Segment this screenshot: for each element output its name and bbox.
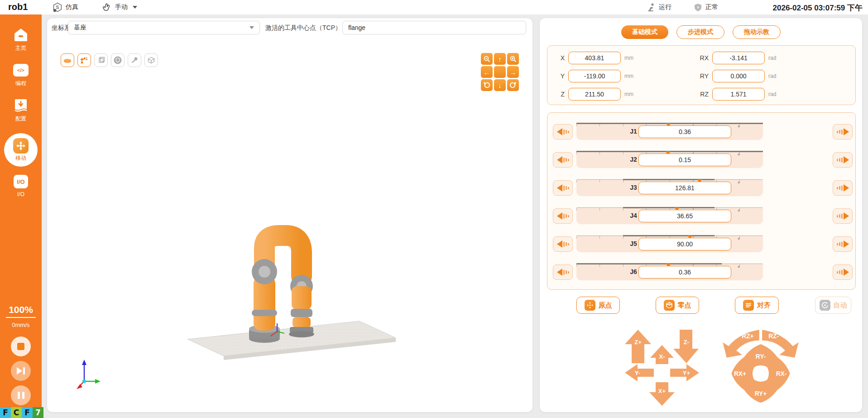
joint-row: J2 °	[547, 150, 856, 169]
pause-icon	[18, 392, 24, 399]
joint-value-input[interactable]	[638, 210, 731, 222]
sidebar-item-label: I/O	[17, 191, 24, 197]
caret-down-icon	[133, 6, 137, 9]
cube-icon	[96, 56, 106, 65]
joint-value-input[interactable]	[638, 125, 731, 138]
pose-input-rz[interactable]	[712, 88, 765, 101]
jog-right-icon	[837, 128, 849, 135]
sidebar-item-config[interactable]: 配置	[0, 98, 42, 123]
svg-text:RZ+: RZ+	[742, 333, 753, 340]
tab-step-mode[interactable]: 步进模式	[676, 25, 724, 39]
simulation-toggle[interactable]: S 仿真	[53, 0, 78, 14]
tool-pin-button[interactable]	[128, 53, 141, 67]
joint-jog-plus-button[interactable]	[833, 264, 853, 280]
world-axes-triad	[76, 359, 101, 389]
show-cube-button[interactable]	[94, 53, 108, 67]
shield-circle-icon	[113, 56, 122, 65]
jog-z-plus-button[interactable]	[625, 330, 651, 363]
rotate-left-button[interactable]	[481, 79, 493, 91]
zoom-out-button[interactable]	[481, 53, 493, 65]
joint-slider[interactable]: J3 °	[576, 179, 763, 196]
view-nav-pad: ↑ ← → ↓	[481, 53, 519, 91]
tab-drag-teach[interactable]: 拖动示教	[733, 25, 781, 39]
pose-input-rx[interactable]	[712, 52, 765, 64]
joint-jog-plus-button[interactable]	[833, 236, 853, 252]
joint-slider[interactable]: J1 °	[576, 123, 763, 140]
motion-control-panel: 基础模式 步进模式 拖动示教 X mm Y mm Z mm RX	[540, 18, 862, 412]
sidebar-item-io[interactable]: I/O I/O	[0, 174, 42, 197]
pan-down-button[interactable]: ↓	[494, 79, 506, 91]
sidebar-item-move[interactable]: 移动	[4, 133, 38, 167]
align-button[interactable]: 对齐	[735, 297, 779, 314]
joint-range-segment	[576, 263, 722, 264]
joint-jog-minus-button[interactable]	[553, 236, 573, 252]
svg-text:X+: X+	[658, 388, 666, 394]
joint-value-input[interactable]	[638, 266, 731, 279]
joint-jog-plus-button[interactable]	[833, 180, 853, 196]
joint-slider[interactable]: J4 °	[576, 207, 763, 224]
hand-icon	[102, 3, 112, 12]
joint-slider[interactable]: J5 °	[576, 235, 763, 252]
pose-unit: rad	[768, 91, 776, 97]
pose-label-rx: RX	[697, 54, 709, 62]
rotate-left-icon	[483, 82, 490, 89]
tab-basic-mode[interactable]: 基础模式	[621, 25, 668, 39]
pan-up-button[interactable]: ↑	[494, 53, 506, 65]
pause-button[interactable]	[11, 385, 31, 405]
svg-text:S: S	[56, 5, 59, 10]
speed-percentage[interactable]: 100%	[6, 304, 36, 318]
joint-jog-plus-button[interactable]	[833, 124, 853, 139]
pose-input-z[interactable]	[568, 88, 621, 101]
zoom-in-button[interactable]	[507, 53, 519, 65]
joint-jog-minus-button[interactable]	[553, 208, 573, 224]
joint-value-input[interactable]	[638, 238, 731, 250]
align-label: 对齐	[757, 301, 771, 310]
mode-dropdown[interactable]: 手动	[102, 0, 137, 14]
jog-z-minus-button[interactable]	[673, 330, 699, 363]
robot-3d-scene[interactable]	[178, 208, 405, 362]
sidebar-item-program[interactable]: </> 编程	[0, 62, 42, 87]
joint-jog-plus-button[interactable]	[833, 152, 853, 168]
svg-text:RX-: RX-	[776, 370, 787, 377]
joint-value-input[interactable]	[638, 154, 731, 166]
joint-jog-minus-button[interactable]	[553, 124, 573, 139]
svg-text:RZ-: RZ-	[768, 333, 779, 340]
show-box-button[interactable]	[144, 53, 158, 67]
joint-value-input[interactable]	[638, 182, 731, 194]
show-robot-button[interactable]	[77, 53, 91, 67]
safety-zone-button[interactable]	[111, 53, 125, 67]
jog-right-icon	[837, 212, 849, 220]
jog-left-icon	[557, 212, 569, 220]
joint-jog-minus-button[interactable]	[553, 264, 573, 280]
jog-left-icon	[557, 156, 569, 163]
origin-button[interactable]: 原点	[576, 297, 620, 314]
joint-jog-minus-button[interactable]	[553, 152, 573, 168]
step-forward-button[interactable]	[11, 361, 31, 381]
jog-right-icon	[837, 156, 849, 163]
joint-slider[interactable]: J2 °	[576, 151, 763, 168]
zero-label: 零点	[678, 301, 691, 310]
svg-text:Y-: Y-	[635, 370, 640, 376]
auto-button[interactable]: 自动	[815, 297, 851, 314]
pan-left-button[interactable]: ←	[481, 66, 493, 78]
stop-button[interactable]	[11, 336, 31, 356]
pose-input-ry[interactable]	[712, 70, 765, 82]
joint-slider[interactable]: J6 °	[576, 264, 763, 280]
pose-unit: rad	[768, 73, 776, 79]
pan-right-button[interactable]: →	[507, 66, 519, 78]
sidebar-item-home[interactable]: 主页	[0, 27, 42, 52]
zero-button[interactable]: 零点	[656, 297, 699, 314]
badge-letter: F	[0, 407, 11, 418]
joint-unit: °	[738, 236, 740, 243]
coord-system-select[interactable]: 基座	[68, 21, 260, 34]
pose-input-y[interactable]	[568, 70, 621, 82]
joint-jog-minus-button[interactable]	[553, 180, 573, 196]
joint-row: J3 °	[547, 178, 856, 197]
speed-rate: 0mm/s	[12, 322, 30, 328]
tcp-input[interactable]	[342, 21, 526, 34]
pose-input-x[interactable]	[568, 52, 621, 64]
center-view-button[interactable]	[494, 66, 506, 78]
show-floor-button[interactable]	[61, 53, 74, 67]
rotate-right-button[interactable]	[507, 79, 519, 91]
joint-jog-plus-button[interactable]	[833, 208, 853, 224]
